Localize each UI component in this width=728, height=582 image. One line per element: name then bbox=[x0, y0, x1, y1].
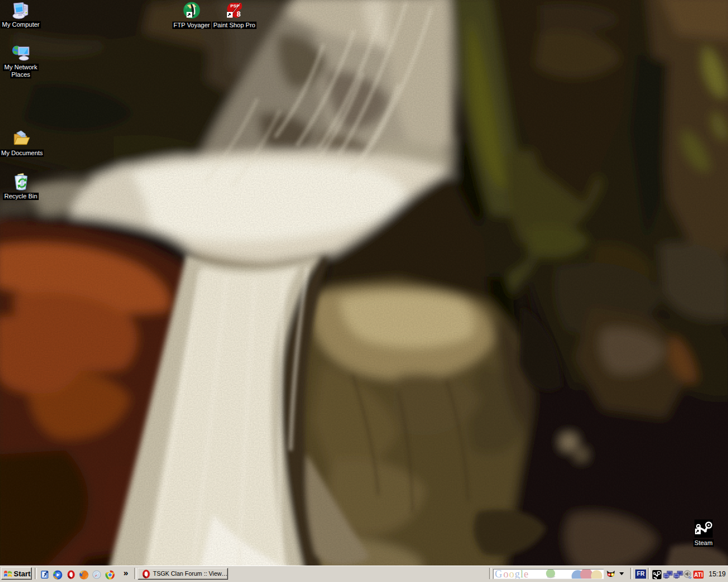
svg-text:PSP: PSP bbox=[230, 3, 240, 9]
svg-text:e: e bbox=[524, 569, 529, 579]
svg-text:8: 8 bbox=[237, 10, 241, 18]
svg-text:ATI: ATI bbox=[694, 572, 703, 578]
svg-text:o: o bbox=[509, 569, 515, 579]
svg-text:G: G bbox=[495, 569, 503, 579]
svg-text:o: o bbox=[503, 569, 509, 579]
svg-text:g: g bbox=[515, 569, 520, 579]
